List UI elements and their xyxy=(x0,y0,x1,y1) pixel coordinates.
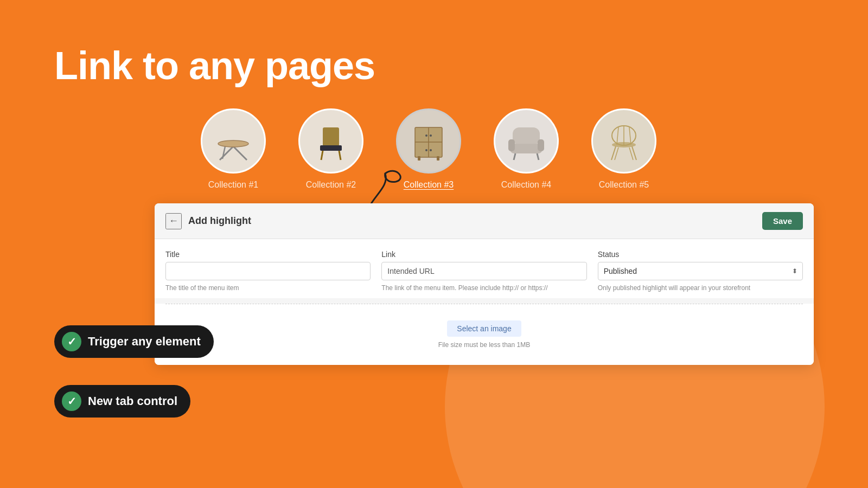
svg-line-26 xyxy=(629,127,631,145)
collection-label-2: Collection #2 xyxy=(306,180,356,190)
svg-line-6 xyxy=(321,151,323,160)
trigger-badge-text: Trigger any element xyxy=(88,335,201,349)
back-button[interactable]: ← xyxy=(165,213,182,229)
svg-point-3 xyxy=(218,140,248,147)
collection-circle-2 xyxy=(298,108,363,174)
collection-item-2[interactable]: Collection #2 xyxy=(298,108,363,190)
link-hint: The link of the menu item. Please includ… xyxy=(381,284,586,293)
status-label: Status xyxy=(598,250,803,259)
panel-header-left: ← Add highlight xyxy=(165,213,251,229)
newtab-check-icon: ✓ xyxy=(62,391,81,411)
collection-circle-4 xyxy=(494,108,559,174)
svg-line-21 xyxy=(514,153,515,160)
svg-line-24 xyxy=(617,127,618,145)
collection-item-1[interactable]: Collection #1 xyxy=(201,108,266,190)
collections-row: Collection #1 Collection #2 xyxy=(201,108,656,190)
svg-line-1 xyxy=(233,146,247,160)
svg-line-22 xyxy=(537,153,539,160)
collection-item-4[interactable]: Collection #4 xyxy=(494,108,559,190)
image-hint: File size must be less than 1MB xyxy=(438,341,530,349)
form-row: Title The title of the menu item Link Th… xyxy=(155,239,814,298)
status-field-group: Status Published Draft ⬍ Only published … xyxy=(598,250,803,293)
status-select-wrapper: Published Draft ⬍ xyxy=(598,262,803,280)
title-field-group: Title The title of the menu item xyxy=(165,250,371,293)
collection-item-3[interactable]: Collection #3 xyxy=(396,108,461,190)
trigger-badge: ✓ Trigger any element xyxy=(54,325,214,358)
image-upload-area: Select an image File size must be less t… xyxy=(155,304,814,365)
svg-rect-5 xyxy=(320,145,342,151)
link-field-group: Link The link of the menu item. Please i… xyxy=(381,250,586,293)
panel-header: ← Add highlight Save xyxy=(155,203,814,239)
svg-rect-19 xyxy=(508,139,515,151)
newtab-badge: ✓ New tab control xyxy=(54,385,190,418)
save-button[interactable]: Save xyxy=(762,212,803,230)
svg-rect-16 xyxy=(437,156,439,160)
collection-label-5: Collection #5 xyxy=(599,180,649,190)
link-label: Link xyxy=(381,250,586,259)
svg-rect-17 xyxy=(513,127,540,145)
svg-point-11 xyxy=(425,134,427,137)
collection-circle-3 xyxy=(396,108,461,174)
svg-point-14 xyxy=(430,149,432,151)
collection-circle-5 xyxy=(591,108,656,174)
page-title: Link to any pages xyxy=(54,43,375,88)
collection-label-1: Collection #1 xyxy=(208,180,259,190)
status-select[interactable]: Published Draft xyxy=(598,262,803,280)
title-hint: The title of the menu item xyxy=(165,284,371,293)
collection-label-3: Collection #3 xyxy=(404,180,454,190)
collection-item-5[interactable]: Collection #5 xyxy=(591,108,656,190)
status-hint: Only published highlight will appear in … xyxy=(598,284,803,293)
newtab-badge-text: New tab control xyxy=(88,394,177,408)
trigger-check-icon: ✓ xyxy=(62,332,81,351)
panel-title: Add highlight xyxy=(188,215,251,227)
svg-line-0 xyxy=(220,146,233,160)
add-highlight-panel: ← Add highlight Save Title The title of … xyxy=(155,203,814,365)
svg-rect-4 xyxy=(323,127,339,146)
title-input[interactable] xyxy=(165,262,371,280)
collection-circle-1 xyxy=(201,108,266,174)
select-image-button[interactable]: Select an image xyxy=(447,320,521,337)
collection-label-4: Collection #4 xyxy=(501,180,552,190)
svg-point-13 xyxy=(425,149,427,151)
link-input[interactable] xyxy=(381,262,586,280)
svg-rect-15 xyxy=(418,156,420,160)
title-label: Title xyxy=(165,250,371,259)
svg-rect-20 xyxy=(538,139,544,151)
svg-point-12 xyxy=(430,134,432,137)
svg-line-7 xyxy=(339,151,341,160)
